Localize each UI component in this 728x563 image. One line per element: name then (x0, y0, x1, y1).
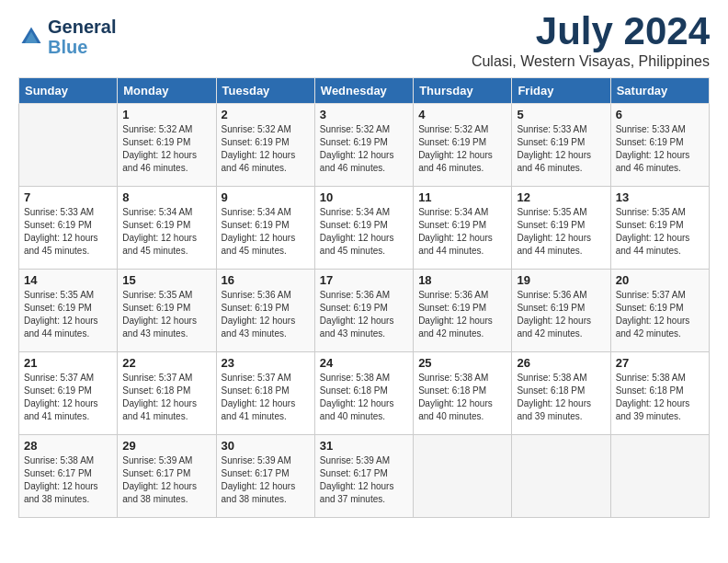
calendar-day-cell: 1Sunrise: 5:32 AMSunset: 6:19 PMDaylight… (118, 104, 216, 187)
day-info: Sunrise: 5:35 AMSunset: 6:19 PMDaylight:… (24, 289, 112, 340)
day-info: Sunrise: 5:36 AMSunset: 6:19 PMDaylight:… (517, 289, 605, 340)
calendar-day-cell: 13Sunrise: 5:35 AMSunset: 6:19 PMDayligh… (610, 187, 709, 270)
calendar-day-cell: 14Sunrise: 5:35 AMSunset: 6:19 PMDayligh… (19, 270, 118, 352)
calendar-day-cell: 8Sunrise: 5:34 AMSunset: 6:19 PMDaylight… (118, 187, 216, 270)
day-number: 30 (222, 439, 310, 453)
month-title: July 2024 (472, 9, 710, 53)
day-number: 4 (418, 108, 506, 121)
calendar-week-row: 28Sunrise: 5:38 AMSunset: 6:17 PMDayligh… (19, 435, 710, 518)
header-day: Thursday (414, 78, 512, 104)
day-info: Sunrise: 5:34 AMSunset: 6:19 PMDaylight:… (418, 206, 506, 258)
day-info: Sunrise: 5:38 AMSunset: 6:17 PMDaylight:… (24, 454, 112, 506)
calendar-week-row: 7Sunrise: 5:33 AMSunset: 6:19 PMDaylight… (19, 187, 710, 270)
calendar-day-cell (414, 435, 512, 518)
day-info: Sunrise: 5:37 AMSunset: 6:19 PMDaylight:… (616, 289, 704, 340)
calendar-day-cell: 2Sunrise: 5:32 AMSunset: 6:19 PMDaylight… (216, 104, 314, 187)
header-day: Monday (118, 78, 216, 104)
day-number: 31 (320, 439, 408, 453)
header-day: Wednesday (314, 78, 413, 104)
day-info: Sunrise: 5:39 AMSunset: 6:17 PMDaylight:… (222, 454, 310, 506)
calendar-day-cell: 29Sunrise: 5:39 AMSunset: 6:17 PMDayligh… (118, 435, 216, 518)
day-number: 15 (122, 273, 210, 287)
day-info: Sunrise: 5:37 AMSunset: 6:18 PMDaylight:… (122, 372, 210, 423)
day-info: Sunrise: 5:38 AMSunset: 6:18 PMDaylight:… (320, 372, 408, 423)
day-info: Sunrise: 5:38 AMSunset: 6:18 PMDaylight:… (418, 372, 506, 423)
day-info: Sunrise: 5:32 AMSunset: 6:19 PMDaylight:… (222, 123, 310, 175)
header-day: Saturday (610, 78, 709, 104)
day-number: 11 (418, 190, 506, 204)
calendar-day-cell: 17Sunrise: 5:36 AMSunset: 6:19 PMDayligh… (314, 270, 413, 352)
day-number: 3 (320, 108, 408, 121)
day-number: 2 (222, 108, 310, 121)
calendar-day-cell: 10Sunrise: 5:34 AMSunset: 6:19 PMDayligh… (314, 187, 413, 270)
header-area: General Blue July 2024 Culasi, Western V… (18, 9, 710, 70)
day-info: Sunrise: 5:34 AMSunset: 6:19 PMDaylight:… (320, 206, 408, 258)
calendar-day-cell: 23Sunrise: 5:37 AMSunset: 6:18 PMDayligh… (216, 352, 314, 435)
day-info: Sunrise: 5:33 AMSunset: 6:19 PMDaylight:… (24, 206, 112, 258)
day-number: 22 (122, 356, 210, 370)
calendar-day-cell: 28Sunrise: 5:38 AMSunset: 6:17 PMDayligh… (19, 435, 118, 518)
day-number: 1 (122, 108, 210, 121)
day-info: Sunrise: 5:35 AMSunset: 6:19 PMDaylight:… (517, 206, 605, 258)
day-info: Sunrise: 5:32 AMSunset: 6:19 PMDaylight:… (320, 123, 408, 175)
day-number: 5 (517, 108, 605, 121)
calendar-day-cell: 3Sunrise: 5:32 AMSunset: 6:19 PMDaylight… (314, 104, 413, 187)
calendar-day-cell: 4Sunrise: 5:32 AMSunset: 6:19 PMDaylight… (414, 104, 512, 187)
day-info: Sunrise: 5:39 AMSunset: 6:17 PMDaylight:… (320, 454, 408, 506)
day-info: Sunrise: 5:37 AMSunset: 6:18 PMDaylight:… (222, 372, 310, 423)
calendar-week-row: 21Sunrise: 5:37 AMSunset: 6:19 PMDayligh… (19, 352, 710, 435)
day-info: Sunrise: 5:35 AMSunset: 6:19 PMDaylight:… (122, 289, 210, 340)
calendar-week-row: 14Sunrise: 5:35 AMSunset: 6:19 PMDayligh… (19, 270, 710, 352)
day-number: 12 (517, 190, 605, 204)
day-info: Sunrise: 5:34 AMSunset: 6:19 PMDaylight:… (222, 206, 310, 258)
calendar-day-cell (610, 435, 709, 518)
calendar-day-cell: 6Sunrise: 5:33 AMSunset: 6:19 PMDaylight… (610, 104, 709, 187)
calendar-day-cell (512, 435, 610, 518)
header-row: SundayMondayTuesdayWednesdayThursdayFrid… (19, 78, 710, 104)
day-number: 29 (122, 439, 210, 453)
day-number: 8 (122, 190, 210, 204)
day-number: 6 (616, 108, 704, 121)
day-info: Sunrise: 5:38 AMSunset: 6:18 PMDaylight:… (616, 372, 704, 423)
calendar-week-row: 1Sunrise: 5:32 AMSunset: 6:19 PMDaylight… (19, 104, 710, 187)
logo-text: General Blue (48, 17, 116, 57)
day-info: Sunrise: 5:34 AMSunset: 6:19 PMDaylight:… (122, 206, 210, 258)
day-number: 14 (24, 273, 112, 287)
day-info: Sunrise: 5:33 AMSunset: 6:19 PMDaylight:… (616, 123, 704, 175)
day-number: 9 (222, 190, 310, 204)
day-info: Sunrise: 5:32 AMSunset: 6:19 PMDaylight:… (122, 123, 210, 175)
day-number: 19 (517, 273, 605, 287)
calendar-day-cell: 18Sunrise: 5:36 AMSunset: 6:19 PMDayligh… (414, 270, 512, 352)
calendar-day-cell: 11Sunrise: 5:34 AMSunset: 6:19 PMDayligh… (414, 187, 512, 270)
calendar-day-cell: 25Sunrise: 5:38 AMSunset: 6:18 PMDayligh… (414, 352, 512, 435)
header-day: Sunday (19, 78, 118, 104)
day-number: 27 (616, 356, 704, 370)
day-number: 16 (222, 273, 310, 287)
calendar-day-cell: 9Sunrise: 5:34 AMSunset: 6:19 PMDaylight… (216, 187, 314, 270)
day-info: Sunrise: 5:36 AMSunset: 6:19 PMDaylight:… (320, 289, 408, 340)
day-info: Sunrise: 5:37 AMSunset: 6:19 PMDaylight:… (24, 372, 112, 423)
day-number: 17 (320, 273, 408, 287)
day-number: 26 (517, 356, 605, 370)
logo: General Blue (18, 17, 116, 57)
title-area: July 2024 Culasi, Western Visayas, Phili… (472, 9, 710, 70)
day-info: Sunrise: 5:33 AMSunset: 6:19 PMDaylight:… (517, 123, 605, 175)
day-number: 20 (616, 273, 704, 287)
calendar-day-cell: 19Sunrise: 5:36 AMSunset: 6:19 PMDayligh… (512, 270, 610, 352)
day-number: 25 (418, 356, 506, 370)
calendar-day-cell: 26Sunrise: 5:38 AMSunset: 6:18 PMDayligh… (512, 352, 610, 435)
calendar-day-cell: 27Sunrise: 5:38 AMSunset: 6:18 PMDayligh… (610, 352, 709, 435)
header-day: Tuesday (216, 78, 314, 104)
calendar-day-cell: 31Sunrise: 5:39 AMSunset: 6:17 PMDayligh… (314, 435, 413, 518)
calendar-day-cell: 7Sunrise: 5:33 AMSunset: 6:19 PMDaylight… (19, 187, 118, 270)
calendar-day-cell: 16Sunrise: 5:36 AMSunset: 6:19 PMDayligh… (216, 270, 314, 352)
day-number: 18 (418, 273, 506, 287)
calendar-day-cell: 15Sunrise: 5:35 AMSunset: 6:19 PMDayligh… (118, 270, 216, 352)
calendar-day-cell: 5Sunrise: 5:33 AMSunset: 6:19 PMDaylight… (512, 104, 610, 187)
day-number: 23 (222, 356, 310, 370)
logo-icon (18, 24, 44, 50)
calendar-day-cell (19, 104, 118, 187)
calendar-day-cell: 21Sunrise: 5:37 AMSunset: 6:19 PMDayligh… (19, 352, 118, 435)
day-number: 7 (24, 190, 112, 204)
day-info: Sunrise: 5:38 AMSunset: 6:18 PMDaylight:… (517, 372, 605, 423)
